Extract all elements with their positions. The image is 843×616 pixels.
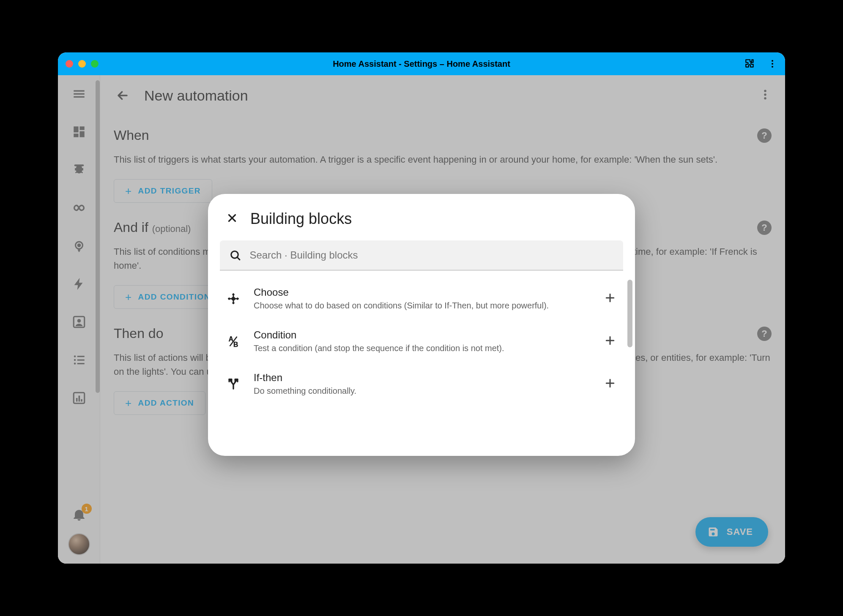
svg-text:B: B (233, 341, 238, 348)
search-field[interactable] (220, 240, 623, 270)
choose-icon (225, 290, 242, 307)
svg-point-1 (772, 63, 773, 65)
list-item-title: Condition (254, 329, 592, 341)
add-icon[interactable] (604, 377, 616, 391)
dialog-scrollbar[interactable] (627, 280, 632, 347)
maximize-window-button[interactable] (91, 60, 99, 68)
list-item-sub: Test a condition (and stop the sequence … (254, 343, 592, 353)
dialog-list: Choose Choose what to do based on condit… (208, 277, 635, 456)
search-input[interactable] (249, 249, 614, 261)
app-window: Home Assistant - Settings – Home Assista… (58, 52, 785, 564)
browser-more-icon[interactable] (767, 59, 777, 69)
svg-point-2 (772, 66, 773, 68)
extensions-icon[interactable] (744, 58, 755, 69)
list-item-choose[interactable]: Choose Choose what to do based on condit… (208, 277, 635, 320)
list-item-sub: Choose what to do based on conditions (S… (254, 301, 592, 311)
list-item-if-then[interactable]: If-then Do something conditionally. (208, 363, 635, 405)
titlebar: Home Assistant - Settings – Home Assista… (58, 52, 785, 75)
dialog-title: Building blocks (250, 210, 352, 228)
list-item-condition[interactable]: AB Condition Test a condition (and stop … (208, 320, 635, 363)
minimize-window-button[interactable] (78, 60, 86, 68)
close-window-button[interactable] (66, 60, 73, 68)
list-item-title: Choose (254, 286, 592, 298)
add-icon[interactable] (604, 334, 616, 349)
close-dialog-button[interactable] (226, 212, 238, 226)
window-controls (66, 60, 99, 68)
list-item-sub: Do something conditionally. (254, 386, 592, 396)
window-title: Home Assistant - Settings – Home Assista… (58, 59, 785, 69)
split-icon (225, 376, 242, 392)
add-icon[interactable] (604, 292, 616, 306)
list-item-title: If-then (254, 372, 592, 384)
ab-icon: AB (225, 333, 242, 350)
svg-point-0 (772, 60, 773, 62)
search-icon (229, 249, 241, 262)
building-blocks-dialog: Building blocks Choose Choose what to do… (208, 194, 635, 456)
